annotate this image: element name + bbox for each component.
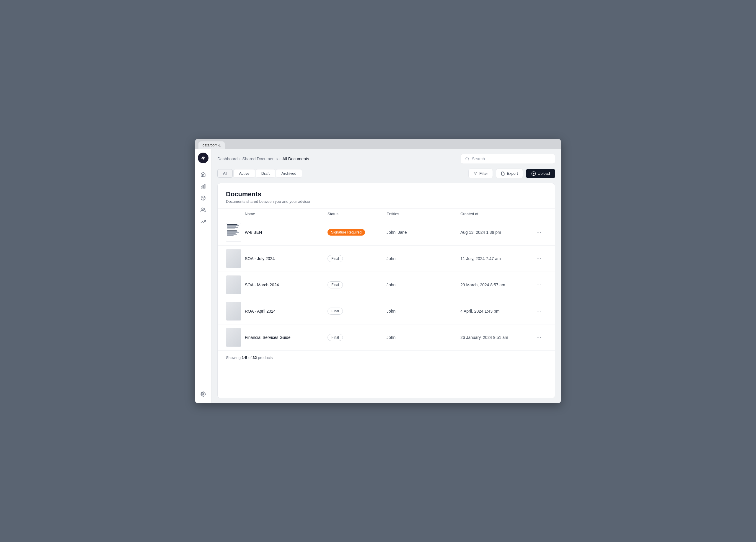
svg-marker-8 xyxy=(474,172,477,175)
export-icon xyxy=(501,172,505,176)
sidebar-item-trending[interactable] xyxy=(198,217,208,227)
documents-subtitle: Documents shared between you and your ad… xyxy=(226,199,547,204)
sidebar-item-users[interactable] xyxy=(198,205,208,215)
documents-header: Documents Documents shared between you a… xyxy=(218,183,555,209)
footer-total: 32 xyxy=(252,355,257,360)
doc-name-soa-march: SOA - March 2024 xyxy=(245,282,328,287)
sidebar-item-home[interactable] xyxy=(198,169,208,180)
documents-title: Documents xyxy=(226,191,547,198)
export-label: Export xyxy=(507,171,518,176)
table-row: W-8 BEN Signature Required John, Jane Au… xyxy=(218,219,555,246)
export-button[interactable]: Export xyxy=(496,169,523,178)
svg-point-6 xyxy=(466,157,469,160)
table-row: Financial Services Guide Final John 26 J… xyxy=(218,324,555,350)
doc-date-soa-july: 11 July, 2024 7:47 am xyxy=(460,256,535,261)
doc-thumbnail-soa-march xyxy=(226,275,241,294)
footer-prefix: Showing xyxy=(226,355,242,360)
col-status: Status xyxy=(328,212,387,216)
doc-thumbnail-fsg xyxy=(226,328,241,347)
doc-name-soa-july: SOA - July 2024 xyxy=(245,256,328,261)
browser-tab[interactable]: dataroom-1 xyxy=(198,141,225,149)
browser-window: dataroom-1 xyxy=(195,139,561,403)
doc-menu-fsg[interactable]: ··· xyxy=(535,333,543,341)
tab-draft[interactable]: Draft xyxy=(256,169,275,178)
sidebar xyxy=(195,149,211,403)
svg-rect-2 xyxy=(204,184,205,188)
doc-date-w8ben: Aug 13, 2024 1:39 pm xyxy=(460,230,535,235)
doc-thumbnail-w8ben xyxy=(226,223,241,242)
search-box[interactable] xyxy=(461,154,555,164)
doc-name-roa-april: ROA - April 2024 xyxy=(245,309,328,313)
tab-all[interactable]: All xyxy=(217,169,233,178)
tab-archived[interactable]: Archived xyxy=(276,169,302,178)
footer-range: 1-5 xyxy=(242,355,247,360)
breadcrumb: Dashboard › Shared Documents › All Docum… xyxy=(217,157,309,161)
documents-panel: Documents Documents shared between you a… xyxy=(217,183,555,398)
search-input[interactable] xyxy=(472,157,551,161)
browser-tab-label: dataroom-1 xyxy=(203,143,221,147)
final-badge: Final xyxy=(328,334,343,341)
doc-name-fsg: Financial Services Guide xyxy=(245,335,328,340)
doc-date-roa-april: 4 April, 2024 1:43 pm xyxy=(460,309,535,313)
main-content: Dashboard › Shared Documents › All Docum… xyxy=(211,149,561,403)
sidebar-item-chart[interactable] xyxy=(198,181,208,192)
upload-icon xyxy=(531,171,536,176)
search-icon xyxy=(465,157,470,161)
trending-up-icon xyxy=(201,219,206,224)
browser-tab-bar: dataroom-1 xyxy=(195,139,561,149)
doc-status-fsg: Final xyxy=(328,334,387,341)
doc-status-soa-march: Final xyxy=(328,281,387,288)
table-row: SOA - March 2024 Final John 29 March, 20… xyxy=(218,272,555,298)
svg-rect-1 xyxy=(203,185,203,188)
doc-entities-w8ben: John, Jane xyxy=(387,230,460,235)
doc-entities-fsg: John xyxy=(387,335,460,340)
chart-bar-icon xyxy=(201,184,206,189)
svg-point-5 xyxy=(202,393,204,395)
doc-entities-roa-april: John xyxy=(387,309,460,313)
tab-active[interactable]: Active xyxy=(233,169,255,178)
breadcrumb-sep-1: › xyxy=(239,157,241,161)
doc-thumbnail-soa-july xyxy=(226,249,241,268)
filter-label: Filter xyxy=(479,171,488,176)
breadcrumb-sep-2: › xyxy=(279,157,281,161)
doc-menu-soa-march[interactable]: ··· xyxy=(535,281,543,289)
doc-date-soa-march: 29 March, 2024 8:57 am xyxy=(460,282,535,287)
sidebar-item-cube[interactable] xyxy=(198,193,208,204)
breadcrumb-dashboard[interactable]: Dashboard xyxy=(217,157,238,161)
table-header: Name Status Entities Created at xyxy=(218,209,555,219)
final-badge: Final xyxy=(328,281,343,288)
doc-status-soa-july: Final xyxy=(328,255,387,262)
doc-entities-soa-july: John xyxy=(387,256,460,261)
col-created: Created at xyxy=(460,212,535,216)
sidebar-item-settings[interactable] xyxy=(198,389,208,399)
breadcrumb-shared-docs[interactable]: Shared Documents xyxy=(242,157,278,161)
table-row: ROA - April 2024 Final John 4 April, 202… xyxy=(218,298,555,324)
doc-menu-w8ben[interactable]: ··· xyxy=(535,228,543,237)
doc-menu-soa-july[interactable]: ··· xyxy=(535,255,543,263)
table-row: SOA - July 2024 Final John 11 July, 2024… xyxy=(218,246,555,272)
doc-entities-soa-march: John xyxy=(387,282,460,287)
filter-button[interactable]: Filter xyxy=(468,169,493,178)
filter-icon xyxy=(473,172,478,176)
doc-menu-roa-april[interactable]: ··· xyxy=(535,307,543,315)
top-bar: Dashboard › Shared Documents › All Docum… xyxy=(217,154,555,164)
doc-status-roa-april: Final xyxy=(328,307,387,315)
svg-point-4 xyxy=(201,208,203,210)
doc-status-w8ben: Signature Required xyxy=(328,229,387,236)
upload-label: Upload xyxy=(538,171,550,176)
doc-thumbnail-roa-april xyxy=(226,302,241,320)
final-badge: Final xyxy=(328,307,343,315)
cube-icon xyxy=(201,196,206,201)
filter-tabs: All Active Draft Archived xyxy=(217,169,302,178)
doc-date-fsg: 26 January, 2024 9:51 am xyxy=(460,335,535,340)
svg-line-7 xyxy=(468,160,469,161)
doc-name-w8ben: W-8 BEN xyxy=(245,230,328,235)
signature-badge: Signature Required xyxy=(328,229,365,236)
app-container: Dashboard › Shared Documents › All Docum… xyxy=(195,149,561,403)
logo-icon xyxy=(200,155,206,161)
sidebar-logo[interactable] xyxy=(198,153,208,163)
col-entities: Entities xyxy=(387,212,460,216)
upload-button[interactable]: Upload xyxy=(526,169,555,178)
filter-bar: All Active Draft Archived Filter xyxy=(217,169,555,178)
svg-rect-0 xyxy=(201,186,202,188)
